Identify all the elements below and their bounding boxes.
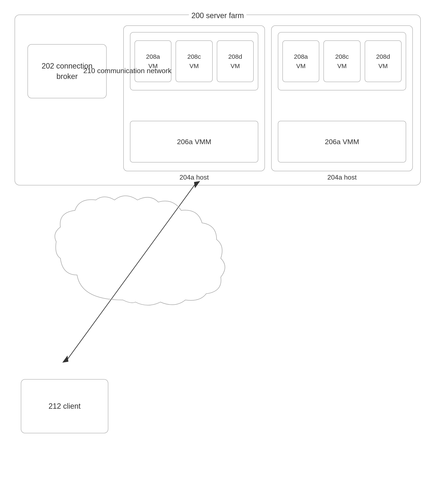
client-box: 212 client xyxy=(21,379,108,433)
vm-box-208c-right: 208cVM xyxy=(324,40,360,82)
server-farm-label: 200 server farm xyxy=(189,11,247,20)
host-right-container: 208aVM 208cVM 208dVM 206a VMM 204a host xyxy=(271,25,413,171)
client-label: 212 client xyxy=(48,402,81,411)
network-arrow-svg xyxy=(8,179,440,367)
host-left-container: 208aVM 208cVM 208dVM 206a VMM 204a host xyxy=(123,25,265,171)
vm-group-left: 208aVM 208cVM 208dVM xyxy=(130,32,258,90)
vm-box-208a-right: 208aVM xyxy=(282,40,319,82)
vm-box-208d-left: 208dVM xyxy=(217,40,254,82)
vm-box-208c-left: 208cVM xyxy=(176,40,213,82)
host-label-right: 204a host xyxy=(327,173,357,181)
vmm-label-left: 206a VMM xyxy=(177,138,211,146)
cloud-shape xyxy=(55,196,225,305)
server-farm-box: 200 server farm 202 connectionbroker 208… xyxy=(15,15,421,186)
vmm-box-left: 206a VMM xyxy=(130,121,258,162)
diagram-container: 200 server farm 202 connectionbroker 208… xyxy=(8,8,440,487)
vm-group-right: 208aVM 208cVM 208dVM xyxy=(278,32,406,90)
host-label-left: 204a host xyxy=(180,173,209,181)
vmm-box-right: 206a VMM xyxy=(278,121,406,162)
vm-box-208d-right: 208dVM xyxy=(365,40,402,82)
network-label: 210 communication network xyxy=(83,67,171,75)
vm-box-208a-left: 208aVM xyxy=(135,40,171,82)
network-arrow-line xyxy=(67,183,196,360)
vmm-label-right: 206a VMM xyxy=(325,138,359,146)
